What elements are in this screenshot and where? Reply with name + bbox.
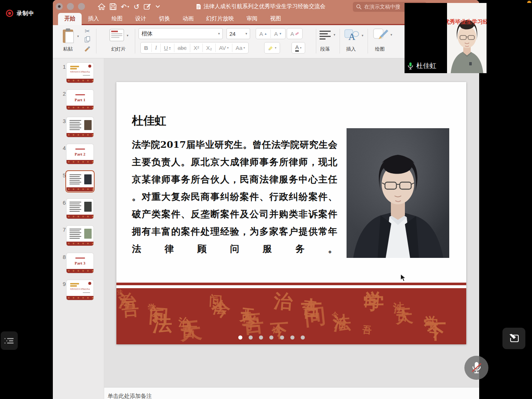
insert-button[interactable]: A [344, 29, 359, 44]
copy-button[interactable] [85, 36, 91, 44]
thumbnail-item-2[interactable]: Part 1 [66, 90, 93, 110]
slide-canvas[interactable]: 杜佳虹 法学院2017届毕业研究生。曾任法学院研究生会主要负责人。原北京大成律师… [116, 82, 466, 344]
grow-font-button[interactable]: A▲ [256, 30, 271, 38]
paragraph-button[interactable] [320, 30, 331, 41]
font-size-value: 24 [229, 31, 245, 37]
save-button[interactable] [110, 3, 116, 10]
insert-dropdown[interactable]: ▾ [362, 34, 364, 37]
thumbnail-item-3[interactable] [66, 117, 93, 137]
change-case-button[interactable]: Aa▾ [232, 44, 248, 52]
edit-mode-button[interactable] [144, 3, 151, 10]
thumb-banner [66, 106, 93, 110]
banner-glyph: 治 [273, 291, 293, 311]
bullet-list-icon [4, 337, 14, 345]
thumbnail-item-4[interactable]: Part 2 [66, 144, 93, 164]
thumbnail-number: 6 [57, 200, 66, 206]
zoom-window-button[interactable] [78, 3, 85, 10]
tab-1[interactable]: 插入 [82, 13, 105, 25]
thumb-content-bar [69, 182, 81, 183]
recording-indicator: 录制中 [6, 10, 34, 17]
tab-5[interactable]: 动画 [176, 13, 200, 25]
new-slide-button[interactable] [109, 29, 124, 43]
cut-button[interactable]: ✂ [85, 27, 90, 35]
underline-button[interactable]: U▾ [161, 44, 174, 52]
slide-body-line: 破产类案件、反垄断案件及公司并购类非诉案件 [132, 205, 337, 223]
tab-0[interactable]: 开始 [58, 13, 82, 25]
character-spacing-button[interactable]: AV▾ [216, 44, 232, 52]
mic-muted-button[interactable] [464, 356, 488, 380]
slide-title-text[interactable]: 杜佳虹 [132, 113, 166, 129]
thumb-content-bar [69, 120, 81, 121]
tab-4[interactable]: 切换 [153, 13, 176, 25]
thumbnail-number: 5 [57, 172, 66, 178]
font-name-select[interactable]: 楷体▾ [139, 28, 223, 39]
thumb-content-bar [69, 232, 81, 233]
font-style-group: B I U▾ abc X² X₂ AV▾ Aa▾ [140, 42, 249, 54]
subscript-button[interactable]: X₂ [203, 44, 216, 52]
undo-button[interactable]: ↶▾ [121, 3, 129, 11]
participant-name: 杜佳虹 [416, 61, 436, 70]
slide-thumbnail-pane: 1优秀毕业生学习经验交流会2Part 134Part 25678Part 39优… [53, 58, 104, 387]
superscript-button[interactable]: X² [190, 44, 203, 52]
slide-body-text[interactable]: 法学院2017届毕业研究生。曾任法学院研究生会主要负责人。原北京大成律师事务所律… [132, 136, 337, 258]
thumb-part-label: Part 2 [66, 152, 93, 156]
thumb-part-label: Part 1 [66, 98, 93, 102]
redo-button[interactable]: ↺ [133, 3, 139, 11]
thumb-banner [66, 133, 93, 137]
qat-more-button[interactable] [156, 5, 160, 8]
thumbnail-item-8[interactable]: Part 3 [66, 253, 93, 273]
new-slide-dropdown[interactable]: ▾ [127, 34, 129, 37]
chevron-down-icon [156, 5, 160, 8]
paste-button[interactable] [62, 28, 76, 46]
tab-7[interactable]: 审阅 [240, 13, 264, 25]
slide-dot [259, 335, 263, 340]
draw-button[interactable] [373, 28, 389, 44]
font-color-button[interactable]: A ▾ [292, 43, 305, 53]
undo-icon: ↶ [121, 3, 127, 11]
mic-active-icon [407, 62, 413, 69]
recording-icon [6, 10, 13, 17]
thumb-banner [66, 160, 93, 164]
thumbnail-item-9[interactable]: 优秀毕业生学习经验交流会 [66, 280, 93, 300]
annotate-pencil-icon [508, 333, 519, 344]
paragraph-dropdown[interactable]: ▾ [334, 33, 335, 37]
thumb-banner [66, 242, 93, 246]
font-size-select[interactable]: 24▾ [226, 28, 250, 39]
banner-glyph: 天 [335, 319, 342, 327]
shrink-font-button[interactable]: A▼ [271, 30, 285, 38]
thumb-content-bar [83, 75, 90, 76]
thumb-photo [84, 202, 92, 212]
thumbnail-number: 1 [57, 64, 66, 70]
draw-dropdown[interactable]: ▾ [391, 33, 392, 37]
notes-input[interactable]: 单击此处添加备注 [104, 387, 479, 399]
document-icon [196, 4, 201, 10]
thumbnail-item-7[interactable] [66, 226, 93, 246]
thumb-banner [66, 79, 93, 83]
paintbrush-icon [373, 28, 389, 43]
meeting-list-button[interactable] [1, 331, 18, 350]
close-window-button[interactable] [56, 3, 63, 10]
text-highlight-button[interactable]: ▾ [265, 44, 280, 52]
tab-6[interactable]: 幻灯片放映 [200, 13, 240, 25]
strikethrough-button[interactable]: abc [174, 44, 190, 52]
tab-2[interactable]: 绘图 [105, 13, 129, 25]
italic-button[interactable]: I [152, 44, 161, 52]
tab-3[interactable]: 设计 [129, 13, 153, 25]
thumbnail-item-5[interactable] [66, 171, 93, 191]
clear-formatting-button[interactable]: A [287, 30, 302, 38]
slide-photo[interactable] [347, 128, 449, 258]
thumbnail-item-1[interactable]: 优秀毕业生学习经验交流会 [66, 63, 93, 83]
chevron-down-icon: ▾ [127, 5, 129, 8]
paste-dropdown[interactable]: ▾ [77, 35, 79, 38]
annotation-button[interactable] [502, 328, 525, 349]
home-button[interactable] [98, 3, 105, 10]
format-painter-button[interactable] [84, 45, 91, 54]
bold-button[interactable]: B [141, 44, 152, 52]
highlighter-icon [268, 45, 274, 51]
thumb-content-bar [83, 292, 90, 293]
tab-8[interactable]: 视图 [264, 13, 287, 25]
thumb-content-bar [70, 285, 77, 287]
minimize-window-button[interactable] [67, 3, 74, 10]
home-icon [98, 3, 105, 10]
thumbnail-item-6[interactable] [66, 199, 93, 219]
